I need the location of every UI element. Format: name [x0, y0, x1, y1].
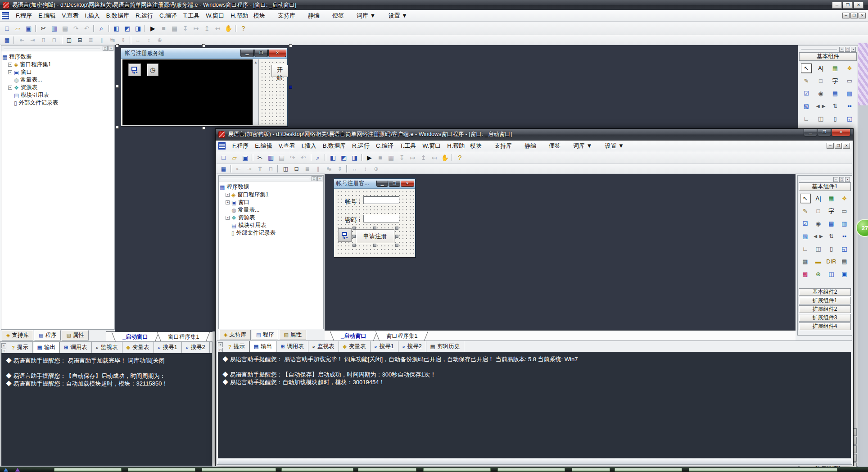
panel-tab[interactable]: ▤程序 [252, 330, 278, 340]
tree-expander-icon[interactable]: + [8, 63, 12, 67]
form-close-button[interactable]: ✕ [401, 181, 414, 187]
tree-item[interactable]: + ◈ 窗口程序集1 [2, 61, 113, 68]
mdi-close-button[interactable]: ✕ [843, 143, 850, 149]
menu-item[interactable]: H.帮助 [227, 11, 251, 21]
grid-window-icon[interactable]: ▦ [2, 36, 12, 44]
toolbar-button[interactable] [144, 23, 147, 33]
dock-grip[interactable] [221, 178, 309, 179]
menu-item[interactable]: H.帮助 [444, 141, 468, 151]
taskbar-button[interactable] [615, 468, 682, 472]
selection-handle[interactable] [116, 44, 119, 47]
toolbar-button[interactable] [309, 153, 312, 163]
layout-left-icon[interactable]: ◧ [328, 153, 338, 163]
menu-item[interactable]: W.窗口 [203, 11, 227, 21]
menu-item[interactable]: V.查看 [275, 141, 298, 151]
menu-item[interactable]: 便签 [546, 141, 564, 151]
toolbar-button[interactable] [345, 165, 349, 173]
panel-close-icon[interactable]: × [218, 342, 223, 347]
dock-grip[interactable] [801, 49, 837, 50]
undo-icon[interactable]: ↶ [298, 153, 308, 163]
dock-close-icon[interactable]: × [851, 47, 856, 52]
redo-icon[interactable]: ↷ [287, 153, 298, 163]
layout-split-icon[interactable]: ◨ [349, 153, 360, 163]
tree-expander-icon[interactable]: + [8, 86, 12, 90]
taskbar-button[interactable] [128, 468, 195, 472]
cut-icon[interactable]: ✂ [38, 23, 49, 33]
layout-split-icon[interactable]: ◨ [133, 23, 143, 33]
spin-button-icon[interactable]: ⇅ [830, 101, 841, 111]
output-tab[interactable]: ⌕搜寻2 [182, 342, 210, 353]
output-tab[interactable]: ?提示 [8, 342, 33, 353]
selection-handle[interactable] [373, 227, 376, 230]
output-tab[interactable]: ▤输出 [33, 342, 60, 353]
same-width-icon[interactable]: ≣ [302, 165, 312, 173]
center-vertical-icon[interactable]: ⊟ [291, 165, 302, 173]
align-top-icon[interactable]: ⇈ [255, 165, 265, 173]
fit-both-icon[interactable]: ⊕ [371, 165, 381, 173]
pause-icon[interactable]: ✋ [440, 153, 450, 163]
output-tab[interactable]: ⌕搜寻1 [371, 341, 398, 352]
checkbox-icon[interactable]: ☑ [801, 89, 812, 98]
output-tab[interactable]: ?提示 [224, 341, 249, 352]
toolbar-icon[interactable]: ▪▪ [844, 101, 855, 111]
menu-item[interactable]: R.运行 [349, 141, 373, 151]
shapes-icon[interactable]: ❖ [839, 194, 850, 203]
checked-list-icon[interactable]: ▧ [801, 101, 812, 111]
tree-item[interactable]: + ▣ 窗口 [220, 199, 322, 206]
list-box-icon[interactable]: ▤ [826, 219, 837, 228]
minimize-button[interactable]: ─ [832, 2, 842, 9]
pause-icon[interactable]: ✋ [223, 23, 234, 33]
output-tab[interactable]: ⌕监视表 [308, 341, 339, 352]
dock-close-icon[interactable]: × [317, 176, 322, 181]
mdi-minimize-button[interactable]: ─ [842, 13, 850, 18]
taskbar-button[interactable] [281, 468, 353, 472]
open-file-icon[interactable]: ▱ [13, 23, 23, 33]
align-left-icon[interactable]: ⇤ [17, 36, 27, 44]
step-over-icon[interactable]: ↦ [407, 153, 418, 163]
dock-grip[interactable] [4, 48, 100, 49]
toolbar-button[interactable] [360, 153, 364, 163]
mdi-restore-button[interactable]: ❐ [835, 143, 842, 149]
debug-window-icon[interactable]: ▦ [169, 23, 180, 33]
account-input[interactable] [363, 196, 399, 204]
form-minimize-button[interactable]: ▁ [240, 50, 254, 57]
color-picker-icon[interactable]: ▩ [800, 269, 811, 279]
dock-restore-icon[interactable]: □ [103, 46, 108, 51]
palette-group-button[interactable]: 基本组件2 [799, 288, 851, 296]
taskbar-button[interactable] [497, 468, 565, 472]
palette-group-button[interactable]: 扩展组件4 [799, 322, 851, 330]
tree-expander-icon[interactable]: + [226, 193, 230, 197]
minimize-button[interactable]: ▁ [804, 129, 817, 136]
align-right-icon[interactable]: ⇥ [27, 36, 38, 44]
menu-item[interactable]: B.数据库 [320, 141, 349, 151]
mdi-tab[interactable]: 窗口程序集1 [380, 331, 424, 340]
rich-edit-icon[interactable]: ▤ [839, 257, 850, 266]
dock-close-icon[interactable]: × [845, 177, 850, 182]
menu-item[interactable]: 便签 [329, 11, 347, 21]
layout-top-icon[interactable]: ◩ [339, 153, 349, 163]
client-form-designer[interactable]: 帐号注册客... ▁ ❐ ✕ 帐号： 密码： ↳▪ 申请注册 [334, 178, 416, 257]
toolbar-button[interactable] [92, 23, 96, 33]
close-button[interactable]: ✕ [854, 2, 863, 9]
open-file-icon[interactable]: ▱ [229, 153, 240, 163]
palette-group-header[interactable]: 基本组件 [799, 52, 857, 61]
date-picker-icon[interactable]: ▯ [826, 244, 837, 254]
output-tab[interactable]: ◈变量表 [122, 342, 154, 353]
selection-handle[interactable] [353, 235, 356, 238]
line-icon[interactable]: ∟ [800, 244, 811, 254]
output-tab[interactable]: ◈变量表 [339, 341, 371, 352]
browser-box-icon[interactable]: ◱ [844, 114, 855, 123]
form-title-bar[interactable]: 帐号注册服务端 ▁ ❐ ✕ [121, 48, 287, 59]
redo-icon[interactable]: ↷ [71, 23, 81, 33]
h-scrollbar-icon[interactable]: ◄► [813, 231, 824, 241]
checkbox-icon[interactable]: ☑ [800, 219, 811, 228]
stop-icon[interactable]: ■ [375, 153, 385, 163]
menu-item[interactable]: I.插入 [298, 141, 320, 151]
form-maximize-button[interactable]: ❐ [389, 181, 400, 187]
selection-handle[interactable] [202, 127, 205, 130]
menu-item[interactable]: R.运行 [132, 11, 156, 21]
form-maximize-button[interactable]: ❐ [254, 50, 268, 57]
paste-icon[interactable]: ▤ [60, 23, 70, 33]
menu-item[interactable]: 支持库 [491, 141, 515, 151]
copy-icon[interactable]: ▥ [266, 153, 276, 163]
